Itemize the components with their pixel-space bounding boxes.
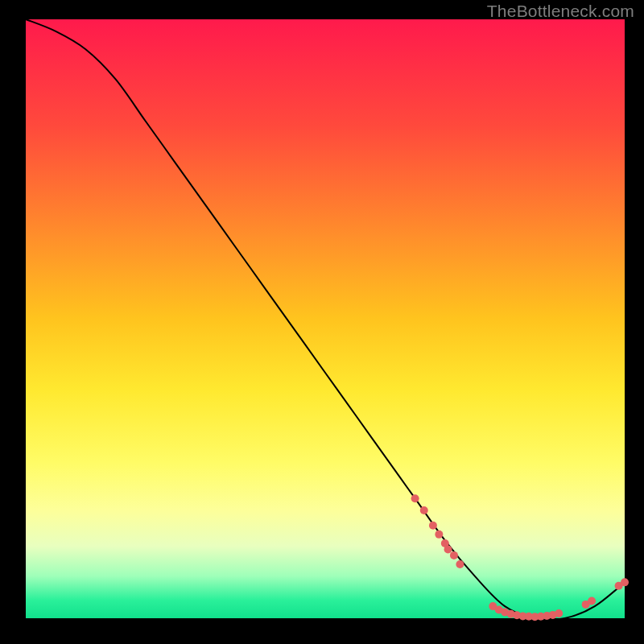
sample-point [435, 530, 443, 539]
chart-svg [26, 19, 625, 618]
bottleneck-curve [26, 19, 625, 620]
sample-point [555, 609, 563, 617]
sample-point [429, 522, 437, 530]
chart-frame: TheBottleneck.com [0, 0, 644, 644]
sample-point [411, 494, 419, 502]
watermark-text: TheBottleneck.com [487, 2, 634, 21]
sample-point [588, 597, 596, 605]
sample-point [420, 506, 428, 514]
sample-points-group [411, 494, 629, 621]
sample-point [456, 560, 464, 568]
sample-point [450, 551, 458, 559]
sample-point [621, 578, 629, 586]
sample-point [444, 545, 452, 553]
plot-area [26, 19, 625, 618]
